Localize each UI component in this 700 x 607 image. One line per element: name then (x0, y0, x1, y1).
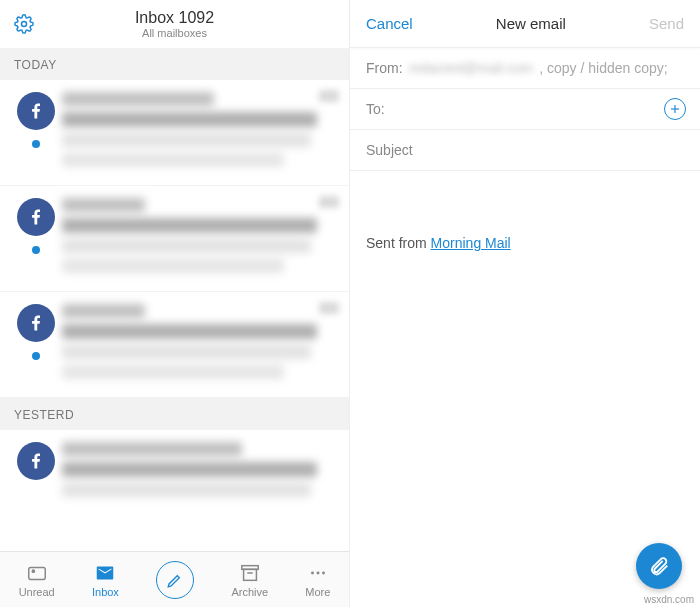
mailbox-subtitle: All mailboxes (135, 27, 214, 39)
message-list[interactable]: TODAY (0, 48, 349, 551)
tab-bar: Unread Inbox (0, 551, 349, 607)
message-date (319, 90, 339, 102)
compose-panel: Cancel New email Send From: redacted@mai… (350, 0, 700, 607)
svg-point-6 (311, 571, 314, 574)
message-date (319, 302, 339, 314)
tab-label: Archive (231, 586, 268, 598)
tab-more[interactable]: More (305, 562, 330, 598)
from-field[interactable]: From: redacted@mail.com , copy / hidden … (350, 48, 700, 89)
compose-title: New email (496, 15, 566, 32)
svg-point-7 (316, 571, 319, 574)
add-recipient-button[interactable] (664, 98, 686, 120)
subject-label: Subject (366, 142, 413, 158)
svg-point-2 (32, 570, 34, 572)
message-date (319, 196, 339, 208)
unread-dot-icon (32, 140, 40, 148)
attach-button[interactable] (636, 543, 682, 589)
compose-button[interactable] (156, 561, 194, 599)
from-label: From: (366, 60, 403, 76)
subject-field[interactable]: Subject (350, 130, 700, 171)
tab-archive[interactable]: Archive (231, 562, 268, 598)
from-value: redacted@mail.com (409, 60, 534, 76)
to-label: To: (366, 101, 385, 117)
tab-label: More (305, 586, 330, 598)
facebook-icon (17, 198, 55, 236)
more-tab-icon (307, 562, 329, 584)
section-header-today: TODAY (0, 48, 349, 80)
message-item[interactable] (0, 292, 349, 398)
tab-label: Unread (19, 586, 55, 598)
tab-label: Inbox (92, 586, 119, 598)
copy-hidden-hint[interactable]: , copy / hidden copy; (539, 60, 667, 76)
pencil-icon (166, 571, 184, 589)
send-button[interactable]: Send (649, 15, 684, 32)
paperclip-icon (648, 555, 670, 577)
facebook-icon (17, 92, 55, 130)
plus-icon (668, 102, 682, 116)
message-preview (62, 198, 339, 279)
inbox-tab-icon (94, 562, 116, 584)
title-prefix: Inbox (135, 9, 174, 26)
facebook-icon (17, 304, 55, 342)
watermark: wsxdn.com (644, 594, 694, 605)
gear-icon[interactable] (14, 14, 34, 34)
mailbox-panel: Inbox 1092 All mailboxes TODAY (0, 0, 350, 607)
unread-dot-icon (32, 246, 40, 254)
message-item[interactable] (0, 186, 349, 292)
compose-header: Cancel New email Send (350, 0, 700, 48)
unread-count: 1092 (179, 9, 215, 26)
cancel-button[interactable]: Cancel (366, 15, 413, 32)
mailbox-title: Inbox 1092 All mailboxes (135, 9, 214, 39)
svg-rect-1 (28, 567, 45, 579)
svg-point-8 (322, 571, 325, 574)
svg-point-0 (22, 22, 27, 27)
mailbox-header: Inbox 1092 All mailboxes (0, 0, 349, 48)
to-field[interactable]: To: (350, 89, 700, 130)
signature-link[interactable]: Morning Mail (431, 235, 511, 251)
message-preview (62, 92, 339, 173)
unread-dot-icon (32, 352, 40, 360)
facebook-icon (17, 442, 55, 480)
signature-prefix: Sent from (366, 235, 431, 251)
archive-tab-icon (239, 562, 261, 584)
tab-inbox[interactable]: Inbox (92, 562, 119, 598)
compose-body[interactable]: Sent from Morning Mail (350, 171, 700, 315)
tab-unread[interactable]: Unread (19, 562, 55, 598)
section-header-yesterday: YESTERD (0, 398, 349, 430)
message-item[interactable] (0, 430, 349, 515)
message-item[interactable] (0, 80, 349, 186)
message-preview (62, 304, 339, 385)
svg-rect-4 (243, 569, 256, 580)
message-preview (62, 442, 339, 503)
unread-tab-icon (26, 562, 48, 584)
